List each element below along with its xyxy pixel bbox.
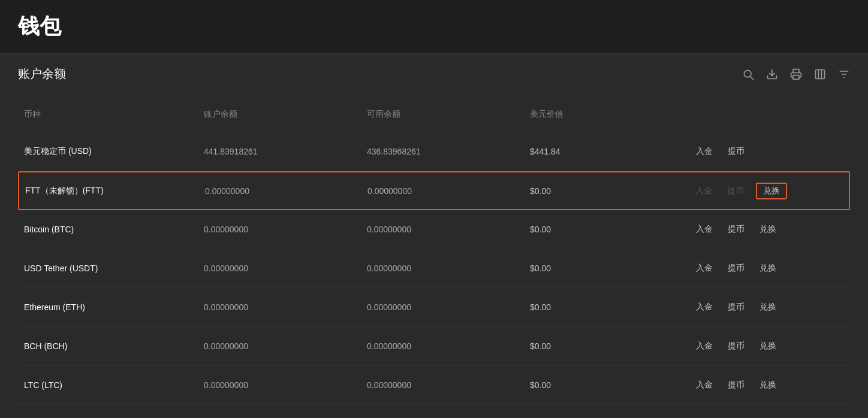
actions-eth: 入金 提币 兑换 xyxy=(687,292,850,323)
exchange-btc-button[interactable]: 兑换 xyxy=(757,223,779,236)
currency-ltc: LTC (LTC) xyxy=(18,371,198,399)
table-row-ftt: FTT（未解锁）(FTT) 0.00000000 0.00000000 $0.0… xyxy=(18,171,850,210)
page-header: 钱包 xyxy=(0,0,868,54)
deposit-btc-button[interactable]: 入金 xyxy=(693,223,716,236)
withdraw-usd-button[interactable]: 提币 xyxy=(725,145,748,158)
available-usdt: 0.00000000 xyxy=(361,255,524,282)
section-title: 账户余额 xyxy=(18,66,66,82)
table-header: 币种 账户余额 可用余额 美元价值 xyxy=(18,100,850,129)
withdraw-ftt-button: 提币 xyxy=(724,184,747,198)
withdraw-bch-button[interactable]: 提币 xyxy=(725,340,748,353)
balance-ltc: 0.00000000 xyxy=(198,371,361,399)
deposit-ftt-button: 入金 xyxy=(692,184,715,198)
withdraw-ltc-button[interactable]: 提币 xyxy=(725,378,748,392)
table-row-usdt: USD Tether (USDT) 0.00000000 0.00000000 … xyxy=(18,249,850,288)
deposit-ltc-button[interactable]: 入金 xyxy=(693,378,716,392)
exchange-bch-button[interactable]: 兑换 xyxy=(757,340,779,353)
usdvalue-btc: $0.00 xyxy=(524,216,687,243)
table-row-eth: Ethereum (ETH) 0.00000000 0.00000000 $0.… xyxy=(18,288,850,327)
available-eth: 0.00000000 xyxy=(361,293,524,321)
available-ltc: 0.00000000 xyxy=(361,371,524,399)
svg-rect-3 xyxy=(793,75,799,79)
header-usd-value: 美元价值 xyxy=(524,106,687,123)
exchange-ftt-button[interactable]: 兑换 xyxy=(756,183,787,199)
deposit-eth-button[interactable]: 入金 xyxy=(693,301,716,314)
main-content: 账户余额 xyxy=(0,54,868,417)
table-row-ltc: LTC (LTC) 0.00000000 0.00000000 $0.00 入金… xyxy=(18,366,850,405)
exchange-usdt-button[interactable]: 兑换 xyxy=(757,262,779,275)
usdvalue-ltc: $0.00 xyxy=(524,371,687,399)
withdraw-btc-button[interactable]: 提币 xyxy=(725,223,748,236)
header-balance: 账户余额 xyxy=(198,106,361,123)
table-row-btc: Bitcoin (BTC) 0.00000000 0.00000000 $0.0… xyxy=(18,210,850,249)
available-bch: 0.00000000 xyxy=(361,332,524,360)
actions-bch: 入金 提币 兑换 xyxy=(687,331,850,362)
page-title: 钱包 xyxy=(18,12,850,41)
currency-btc: Bitcoin (BTC) xyxy=(18,216,198,243)
withdraw-eth-button[interactable]: 提币 xyxy=(725,301,748,314)
actions-usdt: 入金 提币 兑换 xyxy=(687,253,850,284)
actions-ftt: 入金 提币 兑换 xyxy=(686,174,849,208)
search-icon[interactable] xyxy=(742,68,754,80)
usdvalue-usdt: $0.00 xyxy=(524,255,687,282)
usdvalue-eth: $0.00 xyxy=(524,293,687,321)
exchange-ltc-button[interactable]: 兑换 xyxy=(757,378,779,392)
wallet-table: 币种 账户余额 可用余额 美元价值 美元稳定币 (USD) 441.839182… xyxy=(18,100,850,405)
balance-bch: 0.00000000 xyxy=(198,332,361,360)
withdraw-usdt-button[interactable]: 提币 xyxy=(725,262,748,275)
balance-usd: 441.83918261 xyxy=(198,138,361,165)
section-header: 账户余额 xyxy=(18,66,850,88)
table-row: 美元稳定币 (USD) 441.83918261 436.83968261 $4… xyxy=(18,132,850,171)
deposit-bch-button[interactable]: 入金 xyxy=(693,340,716,353)
toolbar xyxy=(742,68,850,80)
columns-icon[interactable] xyxy=(814,68,826,80)
usdvalue-ftt: $0.00 xyxy=(524,177,686,205)
header-available: 可用余额 xyxy=(361,106,524,123)
available-btc: 0.00000000 xyxy=(361,216,524,243)
currency-ftt: FTT（未解锁）(FTT) xyxy=(19,177,199,205)
header-actions xyxy=(687,106,850,123)
download-icon[interactable] xyxy=(766,68,778,80)
usdvalue-usd: $441.84 xyxy=(524,138,687,165)
balance-btc: 0.00000000 xyxy=(198,216,361,243)
filter-icon[interactable] xyxy=(838,68,850,80)
svg-line-1 xyxy=(751,76,754,79)
usdvalue-bch: $0.00 xyxy=(524,332,687,360)
balance-usdt: 0.00000000 xyxy=(198,255,361,282)
deposit-usdt-button[interactable]: 入金 xyxy=(693,262,716,275)
currency-eth: Ethereum (ETH) xyxy=(18,293,198,321)
deposit-usd-button[interactable]: 入金 xyxy=(693,145,716,158)
currency-bch: BCH (BCH) xyxy=(18,332,198,360)
balance-ftt: 0.00000000 xyxy=(199,177,361,205)
currency-usd: 美元稳定币 (USD) xyxy=(18,137,198,166)
currency-usdt: USD Tether (USDT) xyxy=(18,255,198,282)
actions-ltc: 入金 提币 兑换 xyxy=(687,369,850,401)
available-ftt: 0.00000000 xyxy=(361,177,524,205)
balance-eth: 0.00000000 xyxy=(198,293,361,321)
header-currency: 币种 xyxy=(18,106,198,123)
table-row-bch: BCH (BCH) 0.00000000 0.00000000 $0.00 入金… xyxy=(18,327,850,366)
exchange-eth-button[interactable]: 兑换 xyxy=(757,301,779,314)
actions-btc: 入金 提币 兑换 xyxy=(687,214,850,245)
actions-usd: 入金 提币 xyxy=(687,136,850,167)
svg-rect-4 xyxy=(816,69,825,78)
print-icon[interactable] xyxy=(790,68,802,80)
available-usd: 436.83968261 xyxy=(361,138,524,165)
